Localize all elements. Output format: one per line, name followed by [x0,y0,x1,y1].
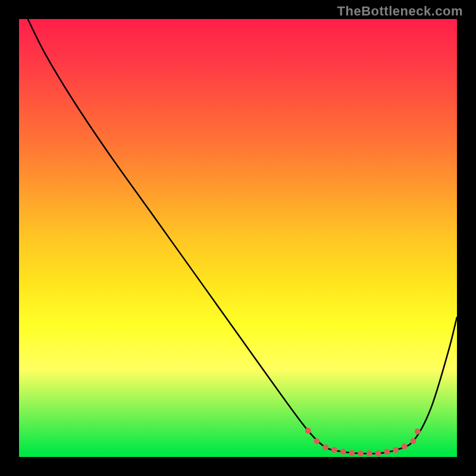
valley-marker-dot [410,439,416,444]
valley-marker-dot [322,444,328,450]
curve-layer [19,19,457,457]
valley-marker-dot [367,450,372,456]
valley-marker-dot [415,428,421,434]
valley-marker-dot [331,447,337,453]
valley-markers [305,428,421,456]
valley-marker-dot [305,428,311,434]
valley-marker-dot [384,449,390,455]
valley-marker-dot [375,450,381,456]
bottleneck-curve [28,19,457,454]
valley-marker-dot [314,439,320,444]
valley-marker-dot [358,450,364,456]
valley-marker-dot [349,450,355,456]
credit-text: TheBottleneck.com [337,4,463,19]
chart-frame: TheBottleneck.com [0,0,476,476]
plot-area [19,19,457,457]
valley-marker-dot [402,443,408,449]
valley-marker-dot [393,447,399,453]
valley-marker-dot [340,449,346,455]
